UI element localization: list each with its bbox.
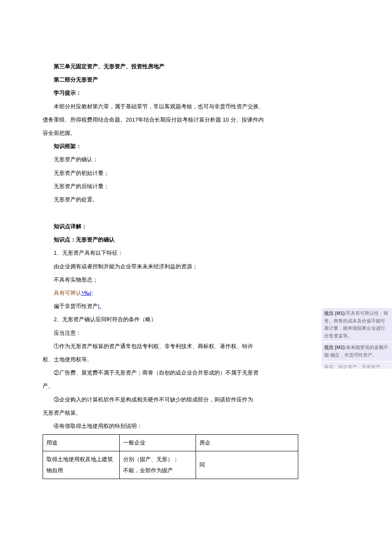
table-cell: 分别（固产、无形）； 不能，全部作为固产 bbox=[119, 451, 196, 479]
comment-tag: 批注 [M2]: bbox=[324, 345, 346, 350]
note-item: ②广告费、展览费不属于无形资产；商誉（自创的或企业合并形成的）不属于无形资产。 bbox=[43, 366, 264, 392]
comment-tag: 批注 [M1]: bbox=[324, 311, 346, 316]
cell-line: 不能，全部作为固产 bbox=[123, 467, 173, 474]
framework-item: 无形资产的初始计量； bbox=[43, 166, 264, 180]
feature-item: 偏于非货币性资产|. bbox=[43, 299, 264, 313]
feature-item: 由企业拥有或者控制并能为企业带来未来经济利益的资源； bbox=[43, 260, 264, 273]
comment-box: 批注 [M2]:未来能变现的金额不能 确定，非货币性资产。 bbox=[322, 342, 392, 360]
cell-line: 分别（固产、无形）； bbox=[123, 456, 179, 462]
part-title: 第二部分无形资产 bbox=[43, 73, 264, 86]
feature-heading: 1、无形资产具有以下特征： bbox=[43, 246, 264, 259]
note-label: 应当注意： bbox=[43, 326, 264, 340]
comment-sidebar: 批注 [M1]:不具有可辨认性：商誉。商誉的成本及价值不能可靠计量，能单独脱离企… bbox=[322, 308, 392, 369]
table-cell: 取得土地使用权及地上建筑物自用 bbox=[43, 451, 120, 479]
note-item: ③企业购入的计算机软件不是构成相关硬件不可缺少的组成部分，则该软件应作为 bbox=[43, 393, 264, 406]
table-row: 取得土地使用权及地上建筑物自用 分别（固产、无形）； 不能，全部作为固产 同 bbox=[43, 451, 298, 479]
reference-link[interactable]: |. bbox=[98, 303, 101, 309]
table-row: 用途 一般企业 房企 bbox=[43, 435, 298, 451]
feature-item: 不具有实物形态； bbox=[43, 273, 264, 286]
reference-link[interactable]: ⅟‰|; bbox=[81, 290, 93, 296]
condition-heading: 2、无形资产确认应同时符合的条件（略） bbox=[43, 313, 264, 326]
land-use-table: 用途 一般企业 房企 取得土地使用权及地上建筑物自用 分别（固产、无形）； 不能… bbox=[43, 434, 298, 479]
note-item: ①作为无形资产核算的资产通常包括专利权、非专利技术、商标权、著作权、特许 bbox=[43, 340, 264, 353]
note-item-cont: 权、土地使用权等。 bbox=[43, 353, 264, 366]
table-header: 一般企业 bbox=[119, 435, 196, 451]
table-header: 房企 bbox=[196, 435, 298, 451]
document-body: 第三单元固定资产、无形资产、投资性房地产 第二部分无形资产 学习提示： 本部分对… bbox=[0, 0, 307, 479]
feature-item: 具有可辨认⅟‰|; bbox=[43, 286, 264, 299]
note-item-cont: 无形资产核算。 bbox=[43, 406, 264, 419]
knowledge-point-title: 知识点：无形资产的确认 bbox=[43, 233, 264, 246]
unit-title: 第三单元固定资产、无形资产、投资性房地产 bbox=[43, 60, 264, 73]
framework-item: 无形资产的后续计量； bbox=[43, 180, 264, 193]
study-text: 本部分对应教材第六章，属于基础章节，常以客观题考核，也可与非货币性资产交换、债务… bbox=[43, 100, 264, 140]
comment-box: 批注 [M1]:不具有可辨认性：商誉。商誉的成本及价值不能可靠计量，能单独脱离企… bbox=[322, 308, 392, 341]
detail-label: 知识点详解： bbox=[43, 220, 264, 233]
table-cell: 同 bbox=[196, 451, 298, 479]
table-header: 用途 bbox=[43, 435, 120, 451]
framework-item: 无形资产的处置。 bbox=[43, 193, 264, 206]
framework-item: 无形资产的确认； bbox=[43, 153, 264, 166]
study-label: 学习提示： bbox=[43, 86, 264, 99]
comment-text: 存货、固定资产、无形资产… bbox=[324, 364, 385, 369]
comment-box-clipped: 存货、固定资产、无形资产… bbox=[322, 362, 392, 369]
note-item: ④有偿取得土地使用权的特别说明： bbox=[43, 419, 264, 433]
feature-text: 偏于非货币性资产 bbox=[54, 303, 98, 309]
framework-label: 知识框架： bbox=[43, 139, 264, 153]
feature-text: 具有可辨认 bbox=[54, 290, 81, 296]
